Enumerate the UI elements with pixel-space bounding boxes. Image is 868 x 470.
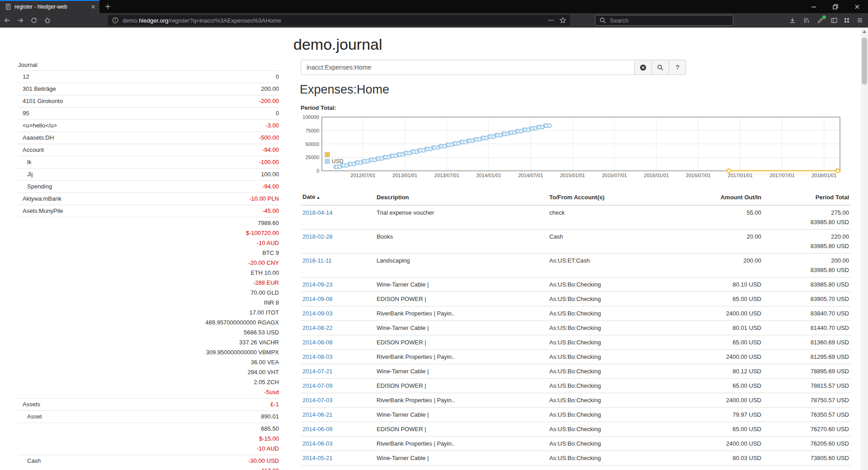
account-balance: -3.00 <box>265 121 279 131</box>
register-period-total: 73805.60 USD <box>763 451 851 465</box>
sidebar-account-link[interactable]: Aktywa:mBank <box>18 194 61 203</box>
sidebars-icon[interactable] <box>830 17 838 24</box>
register-period-total: 76205.60 USD <box>763 437 851 451</box>
register-period-total: 81440.70 USD <box>763 321 851 335</box>
register-date-link[interactable]: 2014-09-08 <box>302 296 333 302</box>
account-balance: -200.00 <box>259 96 279 106</box>
sidebar-account-link[interactable]: Aaasets:DH <box>18 133 54 142</box>
register-description: Books <box>375 230 547 254</box>
help-button[interactable]: ? <box>669 60 686 75</box>
sidebar-account-link[interactable]: 301 Beiträge <box>18 84 56 94</box>
sidebar-journal-link[interactable]: Journal <box>18 60 38 70</box>
register-account: As:US:Bo:Checking <box>547 350 691 364</box>
downloads-icon[interactable] <box>789 17 796 24</box>
window-restore-button[interactable] <box>826 0 845 13</box>
register-date-link[interactable]: 2014-07-03 <box>302 397 333 404</box>
register-amount: 20.00 <box>691 230 763 254</box>
scrollbar-up-arrow[interactable] <box>863 30 866 33</box>
forward-button[interactable] <box>17 17 24 24</box>
register-row: 2014-05-08EDISON POWER |As:US:Bo:Checkin… <box>301 465 851 470</box>
column-header-description[interactable]: Description <box>375 190 547 205</box>
home-button[interactable] <box>44 17 51 24</box>
account-balance: 7989.60$-100720.00-10 AUDBTC 9-20.00 CNY… <box>205 218 279 397</box>
sidebar-account-link[interactable]: 12 <box>18 72 29 81</box>
query-input[interactable] <box>301 60 635 75</box>
sidebar-account-link[interactable]: Asets:MunyPile <box>18 206 63 216</box>
sidebar-account-row: Asset890.01 <box>18 410 279 423</box>
svg-text:2016/01/01: 2016/01/01 <box>644 173 669 178</box>
sidebar-account-link[interactable]: <u>hello</u> <box>18 121 57 130</box>
register-row: 2014-07-03RiverBank Properties | Payin..… <box>301 393 851 408</box>
register-date-link[interactable]: 2018-02-28 <box>302 233 333 240</box>
page-title: demo.journal <box>293 35 382 54</box>
sidebar-account-link[interactable]: Account <box>18 145 44 155</box>
register-row: 2014-09-03RiverBank Properties | Payin..… <box>301 306 851 321</box>
account-balance: -94.00 <box>262 145 279 155</box>
register-date-link[interactable]: 2014-09-23 <box>302 281 333 288</box>
register-date-link[interactable]: 2014-06-09 <box>302 426 333 432</box>
tab-close-icon[interactable] <box>90 3 97 10</box>
reload-button[interactable] <box>30 17 38 24</box>
url-bar[interactable]: demo.hledger.org/register?q=inacct%3AExp… <box>108 15 570 26</box>
register-row: 2014-07-21Wine-Tarner Cable |As:US:Bo:Ch… <box>301 364 851 379</box>
page-scrollbar[interactable] <box>861 28 868 470</box>
page-content: demo.journal Journal 120301 Beiträge200.… <box>0 28 868 470</box>
register-period-total: 78895.69 USD <box>763 364 851 379</box>
new-tab-button[interactable] <box>104 3 112 10</box>
account-balance: -30.00 USD-117.00 <box>248 456 279 470</box>
register-amount: 80.03 USD <box>691 451 763 465</box>
window-minimize-button[interactable] <box>804 0 824 13</box>
sidebar-account-link[interactable]: lk <box>18 157 31 167</box>
column-header-date[interactable]: Date ▲ <box>301 190 375 205</box>
browser-search-bar[interactable]: Search <box>595 15 733 26</box>
sidebar-account-link[interactable]: Spending <box>18 182 52 191</box>
register-account: Cash <box>547 230 691 254</box>
library-icon[interactable] <box>803 17 810 24</box>
register-row: 2018-02-28BooksCash20.00220.0083985.80 U… <box>301 230 851 254</box>
register-date-link[interactable]: 2014-07-09 <box>302 382 333 389</box>
register-date-link[interactable]: 2014-09-03 <box>302 310 333 317</box>
url-text: demo.hledger.org/register?q=inacct%3AExp… <box>123 17 543 24</box>
sidebar-account-row: Spending-94.00 <box>18 180 279 193</box>
register-date-link[interactable]: 2014-05-21 <box>302 455 333 461</box>
sidebar-account-link[interactable]: Assets <box>18 400 40 409</box>
search-submit-button[interactable] <box>651 60 669 75</box>
svg-text:2015/01/01: 2015/01/01 <box>560 173 585 178</box>
register-date-link[interactable]: 2014-08-22 <box>302 324 333 331</box>
register-account: As:US:Bo:Checking <box>547 422 691 437</box>
register-date-link[interactable]: 2014-06-21 <box>302 411 333 418</box>
sidebar-account-link[interactable]: Jij <box>18 169 33 179</box>
tab-title: register - hledger-web <box>14 4 67 10</box>
scrollbar-thumb[interactable] <box>862 38 867 85</box>
register-date-link[interactable]: 2014-07-21 <box>302 368 333 375</box>
register-date-link[interactable]: 2014-06-03 <box>302 440 333 447</box>
browser-tab[interactable]: register - hledger-web <box>0 0 99 13</box>
period-total-chart: 2012/07/012013/01/012013/07/012014/01/01… <box>301 112 841 181</box>
column-header-period-total[interactable]: Period Total <box>763 190 851 205</box>
bookmark-star-icon[interactable] <box>559 17 566 24</box>
column-header-amount-out-in[interactable]: Amount Out/In <box>691 190 763 205</box>
sidebar-account-link[interactable]: Cash <box>18 456 41 465</box>
register-period-total: 81295.69 USD <box>763 350 851 364</box>
menu-hamburger-icon[interactable] <box>856 17 863 24</box>
sidebar-account-link[interactable]: 95 <box>18 108 29 118</box>
register-description: Wine-Tarner Cable | <box>375 321 547 335</box>
sidebar-account-link[interactable]: Asset <box>18 412 42 421</box>
extension-quill-icon[interactable] <box>817 17 824 24</box>
register-date-link[interactable]: 2018-04-14 <box>302 209 333 216</box>
grid-icon[interactable] <box>843 17 850 24</box>
register-date-link[interactable]: 2014-08-08 <box>302 339 333 346</box>
back-button[interactable] <box>4 17 11 24</box>
site-info-icon[interactable] <box>112 17 119 24</box>
column-header-to-from-account-s-[interactable]: To/From Account(s) <box>547 190 691 205</box>
register-date-link[interactable]: 2016-11-11 <box>302 257 332 264</box>
register-description: RiverBank Properties | Payin.. <box>375 437 547 451</box>
clear-query-button[interactable] <box>634 60 652 75</box>
register-account: As:US:Bo:Checking <box>547 292 691 306</box>
window-close-button[interactable] <box>847 0 867 13</box>
register-account: As:US:Bo:Checking <box>547 451 691 465</box>
register-account: As:US:Bo:Checking <box>547 379 691 393</box>
register-date-link[interactable]: 2014-08-03 <box>302 353 333 360</box>
page-actions-icon[interactable] <box>547 17 555 24</box>
sidebar-account-link[interactable]: 4101 Girokonto <box>18 96 63 106</box>
